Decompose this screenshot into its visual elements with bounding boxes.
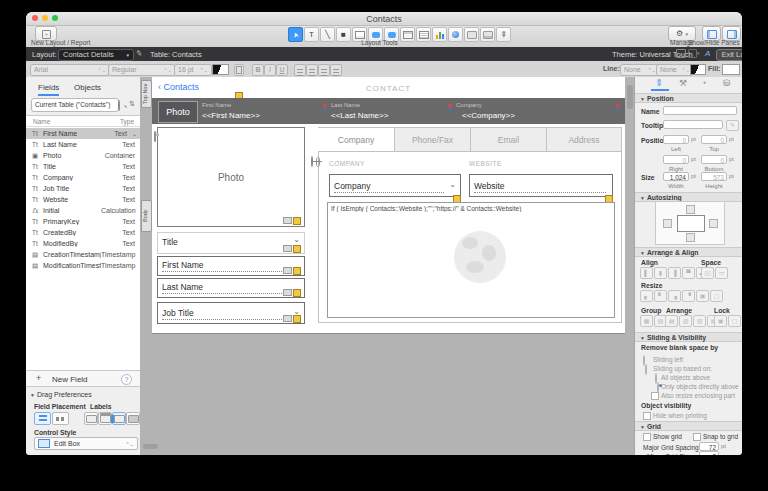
- format-painter-tool[interactable]: ✎: [496, 27, 511, 42]
- exit-layout-button[interactable]: Exit Layout: [716, 49, 742, 61]
- font-style-select[interactable]: Regular⌃⌄: [108, 64, 176, 76]
- position-bottom-input[interactable]: 0: [701, 155, 727, 164]
- new-field-button[interactable]: + New Field ?: [26, 370, 140, 387]
- placement-horizontal-button[interactable]: [52, 412, 69, 425]
- orientation-icon[interactable]: [688, 49, 697, 58]
- space-horizontal-button[interactable]: ▯▯: [701, 267, 714, 279]
- italic-button[interactable]: I: [264, 64, 276, 76]
- hide-when-printing-checkbox[interactable]: [643, 412, 651, 420]
- slide-control-tool[interactable]: [480, 27, 495, 42]
- website-field-object[interactable]: Website: [469, 174, 613, 197]
- section-arrange-align[interactable]: ▼Arrange & Align: [635, 247, 742, 257]
- field-row[interactable]: TtLast NameText: [26, 139, 140, 150]
- sliding-up-radio[interactable]: [645, 364, 647, 375]
- inspector-tab-data[interactable]: ⛁: [723, 78, 731, 88]
- column-header-name[interactable]: Name: [33, 118, 50, 125]
- resize-smallest-width-button[interactable]: ▖: [640, 290, 653, 302]
- align-centers-h-button[interactable]: ▮: [654, 267, 667, 279]
- first-name-field-object[interactable]: First Name: [157, 256, 305, 276]
- resize-same-size-button[interactable]: ▣: [696, 290, 709, 302]
- align-top-edges-button[interactable]: ▀: [682, 267, 695, 279]
- align-left-edges-button[interactable]: ▌: [640, 267, 653, 279]
- font-family-select[interactable]: Arial⌃⌄: [30, 64, 110, 76]
- inspector-tab-position[interactable]: ✎: [653, 77, 665, 89]
- section-sliding-visibility[interactable]: ▼Sliding & Visibility: [635, 332, 742, 342]
- tab-address[interactable]: Address: [547, 127, 622, 153]
- device-preview-icon[interactable]: [676, 49, 686, 58]
- last-name-field-object[interactable]: Last Name: [157, 278, 305, 298]
- line-style-select[interactable]: None⌃⌄: [656, 64, 694, 76]
- align-right-edges-button[interactable]: ▐: [668, 267, 681, 279]
- inspector-tab-styles[interactable]: ⚒: [679, 78, 687, 88]
- sort-icon[interactable]: ⇅: [129, 100, 135, 108]
- resize-largest-height-button[interactable]: ▝: [682, 290, 695, 302]
- field-row[interactable]: ▣PhotoContainer: [26, 150, 140, 161]
- merge-field-object[interactable]: <<Company>>: [462, 111, 515, 120]
- minor-grid-input[interactable]: 8: [699, 451, 719, 455]
- search-icon[interactable]: [118, 100, 120, 111]
- line-color-swatch[interactable]: [690, 64, 706, 75]
- label-inside-button[interactable]: [126, 412, 140, 425]
- tab-phone-fax[interactable]: Phone/Fax: [395, 127, 471, 153]
- field-row[interactable]: TtJob TitleText: [26, 183, 140, 194]
- resize-smallest-height-button[interactable]: ▘: [654, 290, 667, 302]
- placement-vertical-button[interactable]: [34, 412, 51, 425]
- position-left-input[interactable]: 0: [663, 135, 689, 144]
- inspector-tab-appearance[interactable]: ◔: [701, 78, 706, 88]
- align-right-button[interactable]: [318, 64, 330, 76]
- photo-container-object[interactable]: Photo: [157, 127, 305, 227]
- line-weight-select[interactable]: None⌃⌄: [620, 64, 660, 76]
- bring-forward-button[interactable]: ▥: [679, 315, 692, 327]
- merge-field-object[interactable]: <<First Name>>: [202, 111, 260, 120]
- major-grid-input[interactable]: 72: [699, 442, 719, 451]
- tab-email[interactable]: Email: [471, 127, 547, 153]
- part-label-top-nav[interactable]: Top Nav: [141, 80, 152, 108]
- photo-label-object[interactable]: Photo: [158, 101, 198, 123]
- edit-layout-name-icon[interactable]: ✎: [135, 48, 143, 58]
- field-row[interactable]: TtFirst NameText⌄: [26, 128, 140, 139]
- anchor-left[interactable]: [663, 219, 672, 228]
- position-right-input[interactable]: 0: [663, 155, 689, 164]
- tab-control-object[interactable]: Company Phone/Fax Email Address COMPANY …: [318, 127, 622, 322]
- send-backward-button[interactable]: ▥: [693, 315, 706, 327]
- layout-selector[interactable]: Contact Details ▾: [58, 49, 134, 61]
- resize-largest-width-button[interactable]: ▗: [668, 290, 681, 302]
- also-resize-checkbox[interactable]: [651, 392, 659, 400]
- horizontal-scrollbar[interactable]: [143, 444, 158, 449]
- header-band-object[interactable]: Photo First Name <<First Name>> Last Nam…: [152, 98, 625, 124]
- tab-company[interactable]: Company: [318, 127, 395, 153]
- anchor-top[interactable]: [686, 205, 695, 214]
- merge-field-object[interactable]: <<Last Name>>: [331, 111, 388, 120]
- field-row[interactable]: TtWebsiteText: [26, 194, 140, 205]
- field-row[interactable]: ▤CreationTimestampTimestamp: [26, 249, 140, 260]
- size-height-input[interactable]: 573: [701, 172, 727, 181]
- label-above-button[interactable]: [98, 412, 112, 425]
- chevron-down-icon[interactable]: ⌄: [132, 130, 137, 137]
- name-input[interactable]: [663, 106, 737, 115]
- dynamic-text-size-icon[interactable]: A: [705, 49, 710, 58]
- underline-button[interactable]: U: [276, 64, 288, 76]
- vertical-scrollbar[interactable]: [627, 85, 633, 109]
- field-row[interactable]: TtCreatedByText: [26, 227, 140, 238]
- field-row[interactable]: TtModifiedByText: [26, 238, 140, 249]
- table-occurrence-select[interactable]: Current Table ("Contacts"): [31, 98, 119, 112]
- nav-title-object[interactable]: CONTACT: [152, 84, 625, 93]
- show-grid-checkbox[interactable]: [643, 433, 651, 441]
- tooltip-input[interactable]: [663, 120, 723, 129]
- company-field-object[interactable]: Company ⌄: [329, 174, 461, 197]
- tab-fields[interactable]: Fields: [38, 83, 59, 96]
- lock-button[interactable]: ▣: [714, 315, 727, 327]
- anchor-bottom[interactable]: [686, 233, 695, 242]
- tab-objects[interactable]: Objects: [74, 83, 101, 92]
- field-row[interactable]: TtPrimaryKeyText: [26, 216, 140, 227]
- section-grid[interactable]: ▼Grid: [635, 421, 742, 431]
- help-badge[interactable]: ?: [121, 374, 132, 385]
- job-title-field-object[interactable]: Job Title ⌄: [157, 302, 305, 324]
- part-label-body[interactable]: Body: [141, 200, 152, 232]
- space-vertical-button[interactable]: ▭: [715, 267, 728, 279]
- field-row[interactable]: ▤ModificationTimesta...Timestamp: [26, 260, 140, 271]
- drag-preferences-header[interactable]: ▼ Drag Preferences: [30, 391, 92, 398]
- control-style-select[interactable]: Edit Box ⌃⌄: [34, 437, 138, 450]
- align-center-button[interactable]: [306, 64, 318, 76]
- bold-button[interactable]: B: [252, 64, 264, 76]
